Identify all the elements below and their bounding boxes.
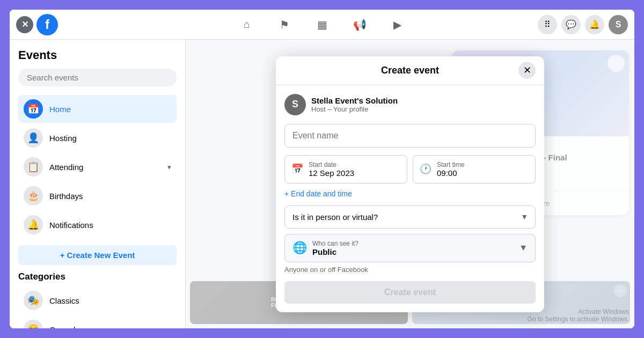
inner-frame: ✕ f ⌂ ⚑ ▦ 📢 ▶ ⠿ 💬 🔔 S Events	[10, 10, 634, 328]
modal-header: Create event ✕	[276, 56, 544, 85]
outer-frame: ✕ f ⌂ ⚑ ▦ 📢 ▶ ⠿ 💬 🔔 S Events	[0, 0, 644, 338]
hosting-icon: 👤	[24, 128, 43, 148]
start-time-field[interactable]: 🕐 Start time 09:00	[413, 155, 536, 183]
start-date-value: 12 Sep 2023	[309, 168, 354, 178]
modal-close-button[interactable]: ✕	[518, 62, 536, 79]
nav-megaphone-icon[interactable]: 📢	[349, 14, 370, 35]
notifications-icon: 🔔	[24, 215, 43, 234]
sidebar-item-classics[interactable]: 🎭 Classics	[18, 286, 177, 314]
messenger-button[interactable]: 💬	[561, 15, 581, 34]
sidebar-home-label: Home	[49, 105, 71, 114]
in-person-virtual-wrapper: Is it in person or virtual? In person Vi…	[284, 205, 536, 229]
sidebar-title: Events	[18, 48, 177, 62]
top-nav: ✕ f ⌂ ⚑ ▦ 📢 ▶ ⠿ 💬 🔔 S	[10, 10, 634, 40]
create-event-modal: Create event ✕ S Stella Event's Solution…	[276, 56, 544, 312]
classics-icon: 🎭	[24, 291, 43, 310]
attending-icon: 📋	[24, 157, 43, 177]
sidebar-classics-label: Classics	[49, 296, 79, 305]
sidebar-comedy-label: Comedy	[49, 325, 79, 329]
sidebar-notifications-label: Notifications	[49, 221, 93, 230]
attending-arrow: ▾	[167, 163, 171, 171]
in-person-virtual-select[interactable]: Is it in person or virtual? In person Vi…	[284, 205, 536, 229]
who-label: Who can see it? Public	[312, 240, 358, 256]
who-can-see-value: Public	[312, 247, 358, 256]
nav-flag-icon[interactable]: ⚑	[274, 14, 295, 35]
start-time-value: 09:00	[437, 168, 464, 178]
privacy-note: Anyone on or off Facebook	[284, 266, 536, 274]
grid-apps-button[interactable]: ⠿	[538, 15, 557, 34]
nav-home-icon[interactable]: ⌂	[236, 14, 258, 35]
create-event-button[interactable]: Create event	[284, 281, 536, 304]
end-date-link[interactable]: + End date and time	[284, 189, 352, 198]
host-info: Stella Event's Solution Host – Your prof…	[311, 96, 398, 113]
sidebar-hosting-label: Hosting	[49, 134, 77, 143]
date-time-row: 📅 Start date 12 Sep 2023 🕐 St	[284, 155, 536, 183]
nav-left: ✕ f	[16, 14, 123, 35]
host-row: S Stella Event's Solution Host – Your pr…	[284, 94, 536, 115]
sidebar-item-birthdays[interactable]: 🎂 Birthdays	[18, 182, 177, 210]
birthdays-icon: 🎂	[24, 186, 43, 205]
calendar-icon: 📅	[291, 163, 303, 175]
host-name: Stella Event's Solution	[311, 96, 398, 105]
sidebar-item-hosting[interactable]: 👤 Hosting	[18, 124, 177, 152]
nav-right: ⠿ 💬 🔔 S	[521, 15, 628, 34]
modal-body: S Stella Event's Solution Host – Your pr…	[276, 85, 544, 312]
modal-overlay: Create event ✕ S Stella Event's Solution…	[186, 40, 634, 328]
who-can-see-row[interactable]: 🌐 Who can see it? Public ▼	[284, 234, 536, 262]
sidebar-item-attending[interactable]: 📋 Attending ▾	[18, 153, 177, 181]
close-button[interactable]: ✕	[16, 16, 33, 33]
host-role: Host – Your profile	[311, 105, 398, 113]
bg-content: ··· BSO BANGLADESHSPACE OLYMPIAD 2:00 UT…	[186, 40, 634, 328]
nav-play-icon[interactable]: ▶	[386, 14, 408, 35]
globe-icon: 🌐	[292, 241, 307, 255]
user-avatar[interactable]: S	[609, 15, 628, 34]
comedy-icon: 😄	[24, 320, 43, 328]
who-can-see-arrow-icon: ▼	[519, 243, 528, 253]
event-name-input[interactable]	[284, 124, 536, 148]
start-time-label: Start time	[437, 161, 464, 168]
sidebar: Events 📅 Home 👤 Hosting 📋 Attending ▾ 🎂	[10, 40, 186, 328]
start-date-label: Start date	[309, 161, 354, 168]
clock-icon: 🕐	[420, 163, 431, 175]
sidebar-birthdays-label: Birthdays	[49, 192, 83, 201]
main-content: Events 📅 Home 👤 Hosting 📋 Attending ▾ 🎂	[10, 40, 634, 328]
facebook-logo[interactable]: f	[36, 14, 58, 35]
date-field-content: Start date 12 Sep 2023	[309, 161, 354, 178]
modal-title: Create event	[381, 65, 439, 76]
nav-grid-icon[interactable]: ▦	[311, 14, 333, 35]
sidebar-attending-label: Attending	[49, 163, 83, 172]
who-can-see-title: Who can see it?	[312, 240, 358, 247]
notifications-button[interactable]: 🔔	[585, 15, 604, 34]
sidebar-item-home[interactable]: 📅 Home	[18, 95, 177, 123]
create-new-event-button[interactable]: + Create New Event	[18, 245, 177, 265]
home-icon: 📅	[24, 99, 43, 119]
categories-title: Categories	[18, 271, 177, 282]
time-field-content: Start time 09:00	[437, 161, 464, 178]
start-date-field[interactable]: 📅 Start date 12 Sep 2023	[284, 155, 407, 183]
nav-center: ⌂ ⚑ ▦ 📢 ▶	[123, 14, 521, 35]
host-avatar: S	[284, 94, 306, 115]
sidebar-item-comedy[interactable]: 😄 Comedy	[18, 315, 177, 328]
search-input[interactable]	[18, 69, 177, 86]
sidebar-item-notifications[interactable]: 🔔 Notifications	[18, 211, 177, 239]
